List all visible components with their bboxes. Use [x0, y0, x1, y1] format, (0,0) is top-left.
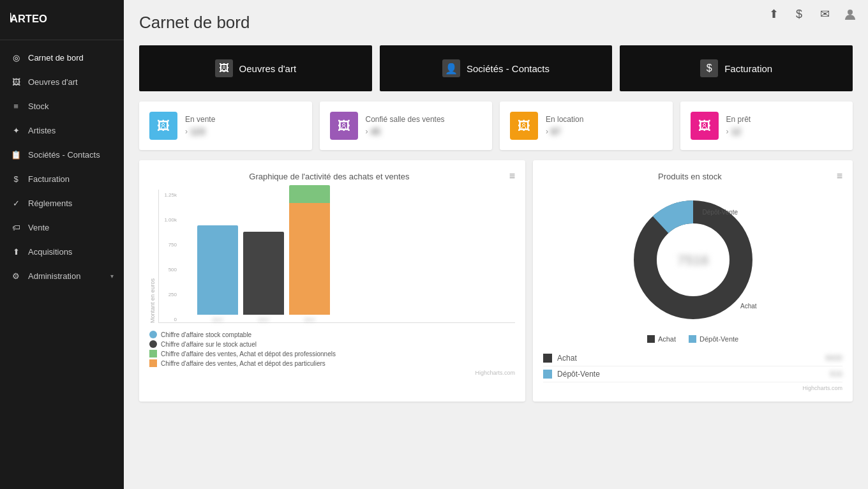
reglements-nav-label: Réglements — [28, 199, 114, 208]
legend-label-2: Chiffre d'affaire sur le stock actuel — [161, 341, 257, 348]
sidebar-item-stock[interactable]: ≡ Stock — [0, 94, 124, 118]
user-icon[interactable] — [842, 6, 858, 22]
donut-svg-wrapper: 7516 Dépôt-Vente Achat — [623, 190, 763, 330]
donut-label-depot-vente: Dépôt-Vente — [703, 209, 738, 216]
societes-contacts-button[interactable]: 👤 Sociétés - Contacts — [380, 45, 613, 91]
donut-chart-card: Produits en stock ≡ 7516 — [533, 160, 853, 402]
donut-chart-credit: Highcharts.com — [543, 385, 842, 391]
oeuvres-d-art-nav-icon: 🖼 — [10, 76, 22, 87]
export-icon[interactable]: ⬆ — [766, 6, 781, 22]
facturation-button[interactable]: $ Facturation — [620, 45, 853, 91]
confie-icon: 🖼 — [330, 112, 358, 140]
svg-point-2 — [848, 10, 853, 15]
societes-contacts-icon: 👤 — [442, 59, 460, 77]
sidebar: ARTEO ◎ Carnet de bord 🖼 Oeuvres d'art ≡… — [0, 0, 124, 489]
acquisitions-nav-icon: ⬆ — [10, 246, 22, 257]
sidebar-item-vente[interactable]: 🏷 Vente — [0, 215, 124, 239]
legend-label-4: Chiffre d'affaire des ventes, Achat et d… — [161, 360, 326, 367]
en-vente-icon: 🖼 — [149, 112, 177, 140]
legend-item-1: Chiffre d'affaire stock comptable — [149, 331, 515, 338]
stat-card-en-vente[interactable]: 🖼 En vente › 123 — [139, 102, 312, 150]
artistes-nav-label: Artistes — [28, 126, 114, 135]
mail-icon[interactable]: ✉ — [817, 6, 832, 22]
stock-table: Achat 6600 Dépôt-Vente 916 — [543, 350, 842, 382]
reglements-nav-icon: ✓ — [10, 197, 22, 209]
bar-chart-container: Montant en euros 1.25k 1.00k 750 500 250 — [149, 190, 515, 368]
bars-group: label label — [178, 195, 502, 322]
bar-1-group: label — [197, 225, 238, 322]
en-location-value: › 67 — [546, 126, 662, 137]
sidebar-item-societes-contacts[interactable]: 📋 Sociétés - Contacts — [0, 142, 124, 167]
stock-row-achat-label: Achat — [557, 354, 825, 363]
oeuvres-art-icon: 🖼 — [215, 59, 233, 77]
legend-item-2: Chiffre d'affaire sur le stock actuel — [149, 340, 515, 348]
stock-row-achat-value: 6600 — [825, 354, 842, 363]
oeuvres-art-label: Oeuvres d'art — [239, 63, 297, 74]
donut-legend: Achat Dépôt-Vente — [647, 335, 738, 343]
bar-1-label: label — [213, 317, 223, 322]
bar-chart-area: 1.25k 1.00k 750 500 250 0 — [158, 190, 515, 323]
svg-line-1 — [10, 13, 11, 22]
legend-item-4: Chiffre d'affaire des ventes, Achat et d… — [149, 359, 515, 367]
facturation-label: Facturation — [724, 63, 772, 74]
confie-label: Confié salle des ventes — [366, 115, 483, 124]
bar-chart-title: Graphique de l'activité des achats et ve… — [149, 172, 509, 181]
bar-3-top — [289, 185, 330, 203]
dollar-icon[interactable]: $ — [791, 6, 807, 22]
en-pret-value: › 12 — [726, 126, 843, 137]
donut-legend-depot: Dépôt-Vente — [689, 335, 738, 343]
confie-info: Confié salle des ventes › 45 — [366, 115, 483, 137]
en-vente-info: En vente › 123 — [185, 115, 302, 137]
charts-row: Graphique de l'activité des achats et ve… — [139, 160, 853, 402]
carnet-de-bord-nav-icon: ◎ — [10, 52, 22, 63]
main-content: ⬆ $ ✉ Carnet de bord 🖼 Oeuvres d'art 👤 S… — [124, 0, 868, 489]
en-vente-value: › 123 — [185, 126, 302, 137]
stock-row-achat: Achat 6600 — [543, 350, 842, 366]
carnet-de-bord-nav-label: Carnet de bord — [28, 53, 114, 63]
stat-card-confie[interactable]: 🖼 Confié salle des ventes › 45 — [320, 102, 493, 150]
bar-chart-legend: Chiffre d'affaire stock comptable Chiffr… — [149, 331, 515, 376]
en-pret-icon: 🖼 — [691, 112, 719, 140]
donut-legend-achat-label: Achat — [658, 335, 676, 343]
donut-legend-achat: Achat — [647, 335, 676, 343]
societes-contacts-label: Sociétés - Contacts — [467, 63, 550, 74]
facturation-nav-label: Facturation — [28, 174, 114, 184]
sidebar-item-reglements[interactable]: ✓ Réglements — [0, 191, 124, 215]
bar-2-label: label — [258, 317, 269, 322]
stat-card-en-pret[interactable]: 🖼 En prêt › 12 — [680, 102, 853, 150]
administration-nav-label: Administration — [28, 271, 104, 281]
sidebar-item-artistes[interactable]: ✦ Artistes — [0, 118, 124, 142]
confie-value: › 45 — [366, 126, 483, 137]
en-location-icon: 🖼 — [510, 112, 538, 140]
header-icons: ⬆ $ ✉ — [766, 6, 858, 22]
stock-nav-icon: ≡ — [10, 100, 22, 112]
y-axis-label: Montant en euros — [149, 190, 156, 323]
donut-legend-depot-label: Dépôt-Vente — [700, 335, 738, 343]
donut-chart-title: Produits en stock — [543, 172, 837, 181]
acquisitions-nav-label: Acquisitions — [28, 247, 114, 257]
y-axis-labels: 1.25k 1.00k 750 500 250 0 — [159, 190, 178, 322]
donut-chart-menu-icon[interactable]: ≡ — [837, 170, 842, 182]
sidebar-item-carnet-de-bord[interactable]: ◎ Carnet de bord — [0, 45, 124, 70]
bar-2-group: label — [243, 232, 284, 322]
en-location-label: En location — [546, 115, 662, 124]
stock-row-depot: Dépôt-Vente 916 — [543, 366, 842, 382]
bar-3-group: label — [289, 185, 330, 322]
sidebar-item-oeuvres-d-art[interactable]: 🖼 Oeuvres d'art — [0, 70, 124, 94]
bar-chart-credit: Highcharts.com — [149, 370, 515, 376]
en-pret-info: En prêt › 12 — [726, 115, 843, 137]
societes-contacts-nav-icon: 📋 — [10, 149, 22, 160]
vente-nav-label: Vente — [28, 223, 114, 232]
sidebar-item-facturation[interactable]: $ Facturation — [0, 167, 124, 191]
facturation-nav-icon: $ — [10, 173, 22, 184]
stock-nav-label: Stock — [28, 102, 114, 111]
sidebar-item-acquisitions[interactable]: ⬆ Acquisitions — [0, 239, 124, 264]
oeuvres-art-button[interactable]: 🖼 Oeuvres d'art — [139, 45, 372, 91]
en-vente-label: En vente — [185, 115, 302, 124]
stock-row-depot-value: 916 — [830, 370, 842, 379]
sidebar-item-administration[interactable]: ⚙ Administration ▾ — [0, 264, 124, 288]
stat-card-en-location[interactable]: 🖼 En location › 67 — [500, 102, 673, 150]
en-pret-label: En prêt — [726, 115, 843, 124]
bar-chart-card: Graphique de l'activité des achats et ve… — [139, 160, 525, 402]
bar-chart-menu-icon[interactable]: ≡ — [509, 170, 515, 182]
